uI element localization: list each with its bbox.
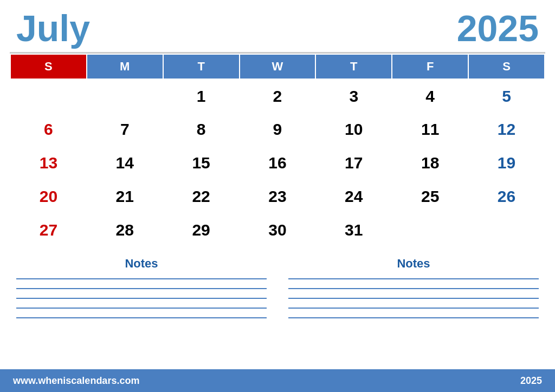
day-cell: 23 — [240, 180, 316, 213]
notes-line — [288, 317, 539, 318]
day-cell: 19 — [468, 146, 545, 180]
day-cell: 12 — [468, 113, 545, 146]
notes-line — [16, 278, 267, 279]
notes-line — [288, 298, 539, 299]
day-cell: 22 — [163, 180, 240, 213]
calendar-section: S M T W T F S 1 2 3 4 5 — [0, 54, 555, 247]
notes-right-panel: Notes — [288, 257, 539, 369]
day-cell — [87, 79, 163, 113]
notes-line — [16, 288, 267, 289]
notes-line — [16, 317, 267, 318]
day-cell: 7 — [87, 113, 163, 146]
footer-url: www.wheniscalendars.com — [13, 375, 139, 387]
notes-line — [288, 278, 539, 279]
day-cell: 5 — [468, 79, 545, 113]
day-cell — [392, 213, 468, 247]
notes-left-label: Notes — [16, 257, 267, 271]
day-cell: 31 — [315, 213, 392, 247]
day-cell: 20 — [10, 180, 87, 213]
notes-right-lines — [288, 278, 539, 318]
table-row: 20 21 22 23 24 25 26 — [10, 180, 545, 213]
header-wednesday: W — [240, 54, 316, 79]
day-cell: 24 — [315, 180, 392, 213]
day-cell: 28 — [87, 213, 163, 247]
day-cell: 25 — [392, 180, 468, 213]
day-cell: 2 — [240, 79, 316, 113]
day-cell — [468, 213, 545, 247]
header-tuesday: T — [163, 54, 240, 79]
notes-line — [288, 288, 539, 289]
day-cell: 27 — [10, 213, 87, 247]
day-cell: 15 — [163, 146, 240, 180]
day-cell — [10, 79, 87, 113]
day-cell: 17 — [315, 146, 392, 180]
day-cell: 30 — [240, 213, 316, 247]
year-title: 2025 — [457, 10, 539, 47]
day-cell: 29 — [163, 213, 240, 247]
header-thursday: T — [315, 54, 392, 79]
notes-right-label: Notes — [288, 257, 539, 271]
calendar-table: S M T W T F S 1 2 3 4 5 — [10, 54, 545, 247]
notes-line — [288, 308, 539, 309]
header-saturday: S — [468, 54, 545, 79]
table-row: 13 14 15 16 17 18 19 — [10, 146, 545, 180]
footer-year: 2025 — [520, 375, 542, 387]
day-cell: 1 — [163, 79, 240, 113]
page-container: July 2025 S M T W T F S — [0, 0, 555, 392]
header-sunday: S — [10, 54, 87, 79]
month-title: July — [16, 10, 90, 47]
table-row: 1 2 3 4 5 — [10, 79, 545, 113]
day-cell: 14 — [87, 146, 163, 180]
day-cell: 4 — [392, 79, 468, 113]
day-cell: 21 — [87, 180, 163, 213]
footer: www.wheniscalendars.com 2025 — [0, 369, 555, 392]
day-cell: 11 — [392, 113, 468, 146]
table-row: 27 28 29 30 31 — [10, 213, 545, 247]
day-cell: 18 — [392, 146, 468, 180]
day-cell: 10 — [315, 113, 392, 146]
day-cell: 13 — [10, 146, 87, 180]
header: July 2025 — [0, 0, 555, 52]
calendar-header-row: S M T W T F S — [10, 54, 545, 79]
day-cell: 26 — [468, 180, 545, 213]
day-cell: 3 — [315, 79, 392, 113]
notes-line — [16, 308, 267, 309]
day-cell: 6 — [10, 113, 87, 146]
day-cell: 16 — [240, 146, 316, 180]
notes-line — [16, 298, 267, 299]
header-monday: M — [87, 54, 163, 79]
notes-left-lines — [16, 278, 267, 318]
day-cell: 8 — [163, 113, 240, 146]
notes-left-panel: Notes — [16, 257, 267, 369]
header-friday: F — [392, 54, 468, 79]
day-cell: 9 — [240, 113, 316, 146]
notes-section: Notes Notes — [0, 252, 555, 369]
table-row: 6 7 8 9 10 11 12 — [10, 113, 545, 146]
calendar-body: 1 2 3 4 5 6 7 8 9 10 11 12 — [10, 79, 545, 247]
